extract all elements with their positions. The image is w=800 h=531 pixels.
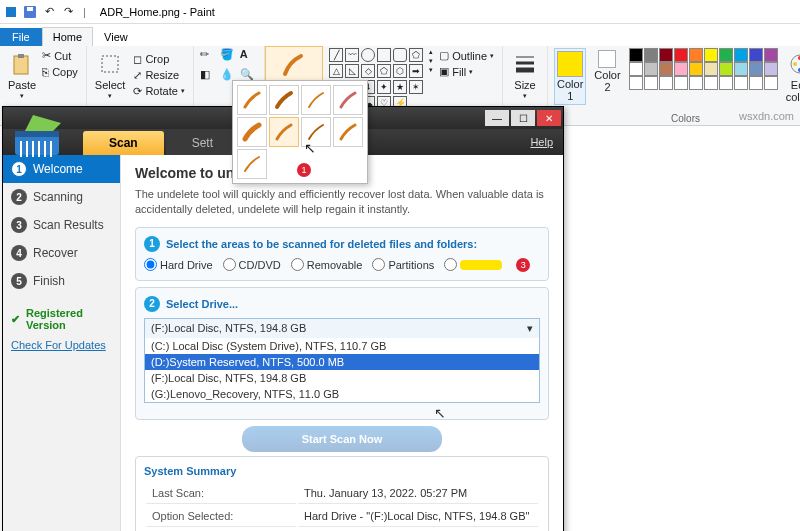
color2-button[interactable]: Color 2 xyxy=(592,48,622,95)
edit-colors-button[interactable]: Edit colors xyxy=(784,48,800,105)
color-custom8[interactable] xyxy=(734,76,748,90)
undo-icon[interactable]: ↶ xyxy=(40,3,58,21)
tab-settings[interactable]: Sett xyxy=(166,131,239,155)
home-tab[interactable]: Home xyxy=(42,27,93,46)
drive-option-d[interactable]: (D:)System Reserved, NTFS, 500.0 MB xyxy=(145,354,539,370)
shape-star5-icon[interactable]: ★ xyxy=(393,80,407,94)
select-button[interactable]: Select ▾ xyxy=(93,48,128,102)
drive-option-f[interactable]: (F:)Local Disc, NTFS, 194.8 GB xyxy=(145,370,539,386)
color-custom5[interactable] xyxy=(689,76,703,90)
resize-button[interactable]: ⤢Resize xyxy=(131,68,186,83)
color-custom10[interactable] xyxy=(764,76,778,90)
check-updates-link[interactable]: Check For Updates xyxy=(3,333,120,361)
color-darkred[interactable] xyxy=(659,48,673,62)
color-purple[interactable] xyxy=(764,48,778,62)
close-button[interactable]: ✕ xyxy=(537,110,561,126)
brush-1[interactable] xyxy=(237,85,267,115)
color-custom7[interactable] xyxy=(719,76,733,90)
color-rose[interactable] xyxy=(674,62,688,76)
color-custom9[interactable] xyxy=(749,76,763,90)
color-lime[interactable] xyxy=(719,62,733,76)
brush-3[interactable] xyxy=(301,85,331,115)
color-custom6[interactable] xyxy=(704,76,718,90)
shape-star6-icon[interactable]: ✶ xyxy=(409,80,423,94)
color-black[interactable] xyxy=(629,48,643,62)
color-custom4[interactable] xyxy=(674,76,688,90)
start-scan-button[interactable]: Start Scan Now xyxy=(242,426,442,452)
brush-5[interactable] xyxy=(237,117,267,147)
step-recover[interactable]: 4Recover xyxy=(3,239,120,267)
radio-hard-drive[interactable]: Hard Drive xyxy=(144,258,213,271)
color-gray50[interactable] xyxy=(644,48,658,62)
size-button[interactable]: Size ▾ xyxy=(509,48,541,102)
help-link[interactable]: Help xyxy=(530,136,563,148)
outline-button[interactable]: ▢Outline ▾ xyxy=(437,48,496,63)
save-icon[interactable] xyxy=(21,3,39,21)
color-custom2[interactable] xyxy=(644,76,658,90)
copy-button[interactable]: ⎘Copy xyxy=(40,65,80,79)
step-results[interactable]: 3Scan Results xyxy=(3,211,120,239)
color-gold[interactable] xyxy=(689,62,703,76)
shape-hex-icon[interactable]: ⬡ xyxy=(393,64,407,78)
drive-select[interactable]: (F:)Local Disc, NTFS, 194.8 GB▾ (C:) Loc… xyxy=(144,318,540,403)
view-tab[interactable]: View xyxy=(93,27,139,46)
color-gray25[interactable] xyxy=(644,62,658,76)
shape-diamond-icon[interactable]: ◇ xyxy=(361,64,375,78)
shape-tri-icon[interactable]: △ xyxy=(329,64,343,78)
shape-curve-icon[interactable]: 〰 xyxy=(345,48,359,62)
color-bluegray[interactable] xyxy=(749,62,763,76)
redo-icon[interactable]: ↷ xyxy=(59,3,77,21)
paste-button[interactable]: Paste ▾ xyxy=(6,48,38,102)
radio-cd-dvd[interactable]: CD/DVD xyxy=(223,258,281,271)
crop-button[interactable]: ◻Crop xyxy=(131,52,186,67)
shape-star4-icon[interactable]: ✦ xyxy=(377,80,391,94)
brush-2[interactable] xyxy=(269,85,299,115)
cut-button[interactable]: ✂Cut xyxy=(40,48,80,63)
drive-option-g[interactable]: (G:)Lenovo_Recovery, NTFS, 11.0 GB xyxy=(145,386,539,402)
gallery-up-icon[interactable]: ▴ xyxy=(429,48,433,56)
fill-icon[interactable]: 🪣 xyxy=(220,48,238,66)
shape-rect-icon[interactable] xyxy=(377,48,391,62)
color1-button[interactable]: Color 1 xyxy=(554,48,586,105)
brush-8[interactable] xyxy=(333,117,363,147)
radio-hidden[interactable] xyxy=(444,258,502,271)
shape-arrow-r-icon[interactable]: ➡ xyxy=(409,64,423,78)
brush-6[interactable] xyxy=(269,117,299,147)
pencil-icon[interactable]: ✏ xyxy=(200,48,218,66)
color-ltyellow[interactable] xyxy=(704,62,718,76)
brush-9[interactable] xyxy=(237,149,267,179)
color-orange[interactable] xyxy=(689,48,703,62)
color-yellow[interactable] xyxy=(704,48,718,62)
step-scanning[interactable]: 2Scanning xyxy=(3,183,120,211)
color-red[interactable] xyxy=(674,48,688,62)
color-custom3[interactable] xyxy=(659,76,673,90)
radio-partitions[interactable]: Partitions xyxy=(372,258,434,271)
color-turquoise[interactable] xyxy=(734,48,748,62)
gallery-more-icon[interactable]: ▾ xyxy=(429,66,433,74)
shape-oval-icon[interactable] xyxy=(361,48,375,62)
radio-removable[interactable]: Removable xyxy=(291,258,363,271)
color-indigo[interactable] xyxy=(749,48,763,62)
shape-pent-icon[interactable]: ⬠ xyxy=(377,64,391,78)
shape-poly-icon[interactable]: ⬠ xyxy=(409,48,423,62)
rotate-button[interactable]: ⟳Rotate ▾ xyxy=(131,84,186,99)
gallery-down-icon[interactable]: ▾ xyxy=(429,57,433,65)
shape-roundrect-icon[interactable] xyxy=(393,48,407,62)
file-tab[interactable]: File xyxy=(0,28,42,46)
shape-line-icon[interactable]: ╱ xyxy=(329,48,343,62)
eraser-icon[interactable]: ◧ xyxy=(200,68,218,86)
fill-shape-button[interactable]: ▣Fill ▾ xyxy=(437,64,496,79)
minimize-button[interactable]: — xyxy=(485,110,509,126)
color-lavender[interactable] xyxy=(764,62,778,76)
color-white[interactable] xyxy=(629,62,643,76)
color-green[interactable] xyxy=(719,48,733,62)
tab-scan[interactable]: Scan xyxy=(83,131,164,155)
color-custom1[interactable] xyxy=(629,76,643,90)
color-ltturquoise[interactable] xyxy=(734,62,748,76)
color-brown[interactable] xyxy=(659,62,673,76)
brush-7[interactable] xyxy=(301,117,331,147)
maximize-button[interactable]: ☐ xyxy=(511,110,535,126)
paint-menu-icon[interactable] xyxy=(2,3,20,21)
text-icon[interactable]: A xyxy=(240,48,258,66)
brush-4[interactable] xyxy=(333,85,363,115)
